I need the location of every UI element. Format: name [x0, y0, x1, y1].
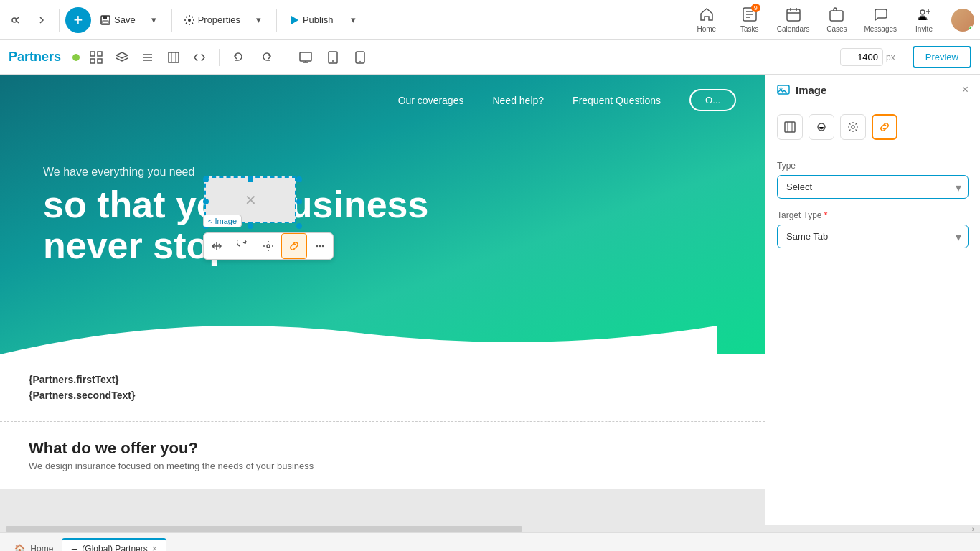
svg-rect-26 [785, 122, 795, 132]
grid-view-button[interactable] [85, 47, 107, 68]
svg-rect-10 [90, 52, 95, 56]
target-type-select[interactable]: Same Tab [777, 225, 969, 248]
properties-dropdown[interactable]: ▾ [248, 9, 270, 32]
main-area: ✕ < Image [0, 75, 980, 525]
forward-button[interactable] [30, 9, 53, 32]
svg-rect-3 [103, 21, 108, 24]
bottom-bar: 🏠 Home ☰ (Global) Partners × [0, 532, 980, 551]
calendars-nav-button[interactable]: Calendars [777, 6, 810, 33]
right-panel: Image × Type Select [765, 75, 980, 525]
save-button[interactable]: Save [94, 11, 141, 29]
cases-nav-button[interactable]: Cases [821, 6, 852, 33]
online-status-dot [969, 26, 974, 32]
layers-button[interactable] [111, 47, 133, 68]
svg-point-22 [319, 245, 321, 247]
target-type-field: Target Type Same Tab [777, 210, 969, 248]
view-controls [85, 47, 210, 68]
redo-button[interactable] [255, 47, 277, 68]
svg-point-23 [322, 245, 324, 247]
right-panel-title-text: Image [796, 84, 826, 96]
rp-tab-link[interactable] [872, 114, 897, 140]
hero-nav-faq[interactable]: Frequent Questions [573, 95, 661, 106]
preview-button[interactable]: Preview [913, 46, 971, 68]
scrollbar-thumb[interactable] [6, 526, 522, 532]
home-tab-button[interactable]: 🏠 Home [6, 540, 62, 551]
canvas-area[interactable]: ✕ < Image [0, 75, 765, 525]
target-type-label: Target Type [777, 210, 969, 220]
add-button[interactable]: + [65, 7, 91, 33]
publish-dropdown[interactable]: ▾ [342, 9, 365, 32]
resize-button[interactable] [163, 47, 184, 68]
desktop-view-button[interactable] [295, 47, 316, 68]
right-panel-title: Image [777, 83, 826, 96]
rp-tab-style[interactable] [809, 114, 834, 140]
tablet-view-button[interactable] [322, 47, 344, 68]
svg-point-28 [852, 126, 854, 128]
svg-point-4 [188, 19, 191, 22]
scrollbar-area: › [0, 525, 980, 532]
messages-nav-label: Messages [864, 25, 897, 33]
right-panel-tabs [765, 105, 980, 149]
partner-second-text: {Partners.secondText} [29, 387, 736, 403]
offer-title: What do we offer you? [29, 439, 736, 458]
ft-settings-button[interactable] [255, 233, 281, 259]
cases-nav-label: Cases [826, 25, 847, 33]
messages-nav-button[interactable]: Messages [864, 6, 897, 33]
partners-tab[interactable]: ☰ (Global) Partners × [62, 538, 166, 551]
right-panel-body: Type Select Target Type Same Tab [765, 149, 980, 271]
handle-tl[interactable] [203, 176, 209, 182]
svg-rect-2 [103, 16, 107, 19]
tasks-nav-button[interactable]: 9 Tasks [734, 6, 765, 33]
handle-tr[interactable] [296, 176, 302, 182]
type-select-wrapper: Select [777, 175, 969, 199]
nav-button[interactable] [137, 47, 159, 68]
hero-nav: Our coverages Need help? Frequent Questi… [29, 89, 736, 123]
calendars-nav-label: Calendars [777, 25, 810, 33]
back-button[interactable] [6, 9, 29, 32]
mobile-view-button[interactable] [349, 47, 371, 68]
invite-nav-label: Invite [915, 25, 933, 33]
ft-more-button[interactable] [307, 233, 333, 259]
page-title: Partners [9, 50, 61, 65]
offer-subtitle: We design insurance focused on meeting t… [29, 461, 736, 471]
svg-point-19 [359, 60, 361, 62]
hero-nav-help[interactable]: Need help? [492, 95, 544, 106]
hero-nav-coverages[interactable]: Our coverages [398, 95, 464, 106]
undo-button[interactable] [228, 47, 250, 68]
ft-rotate-button[interactable] [230, 233, 255, 259]
svg-point-21 [316, 245, 318, 247]
invite-nav-button[interactable]: Invite [908, 6, 940, 33]
px-input-group: px [840, 48, 895, 66]
save-label: Save [114, 14, 136, 25]
code-button[interactable] [189, 47, 210, 68]
second-toolbar: Partners px Preview [0, 40, 980, 75]
offer-section: What do we offer you? We design insuranc… [0, 421, 765, 489]
svg-rect-8 [830, 11, 843, 21]
content-section: {Partners.firstText} {Partners.secondTex… [0, 354, 765, 421]
width-input[interactable] [840, 48, 883, 66]
avatar[interactable] [951, 9, 974, 32]
type-select[interactable]: Select [777, 175, 969, 199]
handle-tc[interactable] [248, 176, 253, 182]
save-dropdown[interactable]: ▾ [143, 9, 166, 32]
px-unit-label: px [886, 52, 895, 62]
rp-tab-settings[interactable] [840, 114, 866, 140]
rp-tab-transform[interactable] [777, 114, 803, 140]
partner-first-text: {Partners.firstText} [29, 372, 736, 387]
hero-nav-cta[interactable]: O... [689, 89, 736, 111]
properties-button[interactable]: Properties [178, 11, 246, 29]
home-tab-label: Home [30, 544, 53, 551]
home-nav-button[interactable]: Home [691, 6, 722, 33]
hero-title: so that your businessnever stops [43, 184, 736, 266]
partners-tab-close[interactable]: × [152, 544, 157, 551]
handle-br[interactable] [296, 223, 302, 229]
ft-link-button[interactable] [281, 233, 307, 259]
publish-button[interactable]: Publish [283, 11, 339, 29]
right-panel-close-button[interactable]: × [962, 83, 969, 96]
handle-bc[interactable] [248, 223, 253, 229]
handle-mr[interactable] [296, 199, 302, 204]
right-panel-header: Image × [765, 75, 980, 105]
handle-ml[interactable] [203, 199, 209, 204]
tasks-nav-label: Tasks [740, 25, 759, 33]
ft-move-button[interactable] [204, 233, 230, 259]
